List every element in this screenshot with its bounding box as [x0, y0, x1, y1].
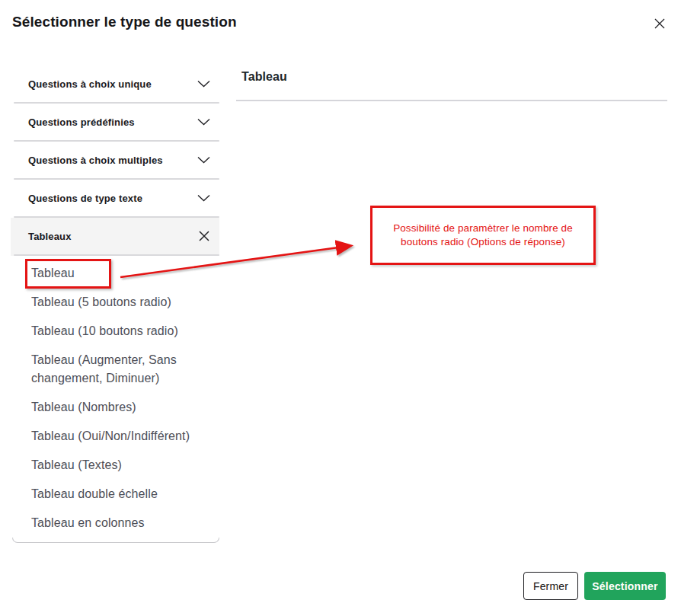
type-list-item[interactable]: Tableau (Nombres) — [31, 393, 208, 422]
close-icon — [653, 17, 667, 30]
question-type-sidebar: Questions à choix unique Questions prédé… — [11, 65, 219, 543]
accordion-label: Tableaux — [28, 231, 72, 242]
fermer-button[interactable]: Fermer — [523, 572, 578, 600]
type-list-item[interactable]: Tableau (Textes) — [31, 451, 208, 480]
accordion-questions-predefinies[interactable]: Questions prédéfinies — [11, 104, 219, 142]
chevron-down-icon — [197, 118, 210, 126]
type-list-item[interactable]: Tableau (Augmenter, Sans changement, Dim… — [31, 346, 208, 393]
accordion-label: Questions à choix unique — [28, 78, 152, 90]
tableaux-type-list: Tableau Tableau (5 boutons radio) Tablea… — [11, 256, 219, 538]
type-list-item[interactable]: Tableau en colonnes — [31, 509, 208, 538]
accordion-questions-choix-unique[interactable]: Questions à choix unique — [11, 65, 219, 104]
select-question-type-dialog: Sélectionner le type de question Questio… — [0, 0, 681, 616]
accordion-questions-type-texte[interactable]: Questions de type texte — [11, 180, 219, 218]
type-list-item[interactable]: Tableau — [31, 259, 208, 288]
preview-divider — [236, 100, 667, 101]
accordion-questions-choix-multiples[interactable]: Questions à choix multiples — [11, 142, 219, 180]
close-icon — [198, 230, 210, 242]
annotation-note-text: Possibilité de paramètrer le nombre de b… — [379, 222, 587, 249]
list-bottom-border — [12, 538, 219, 543]
type-list-item[interactable]: Tableau (5 boutons radio) — [31, 288, 208, 317]
dialog-close-button[interactable] — [649, 13, 670, 34]
type-list-item[interactable]: Tableau (Oui/Non/Indifférent) — [31, 422, 208, 451]
selectionner-button[interactable]: Sélectionner — [584, 572, 666, 600]
preview-title: Tableau — [241, 70, 287, 84]
type-list-item[interactable]: Tableau double échelle — [31, 480, 208, 509]
annotation-note-box: Possibilité de paramètrer le nombre de b… — [370, 206, 596, 265]
chevron-down-icon — [197, 194, 210, 202]
accordion-label: Questions à choix multiples — [28, 155, 163, 166]
chevron-down-icon — [197, 156, 210, 164]
dialog-title: Sélectionner le type de question — [12, 14, 237, 30]
accordion-label: Questions prédéfinies — [28, 116, 135, 128]
chevron-down-icon — [197, 80, 210, 88]
accordion-label: Questions de type texte — [28, 193, 142, 204]
accordion-tableaux[interactable]: Tableaux — [11, 218, 219, 256]
type-list-item[interactable]: Tableau (10 boutons radio) — [31, 317, 208, 346]
